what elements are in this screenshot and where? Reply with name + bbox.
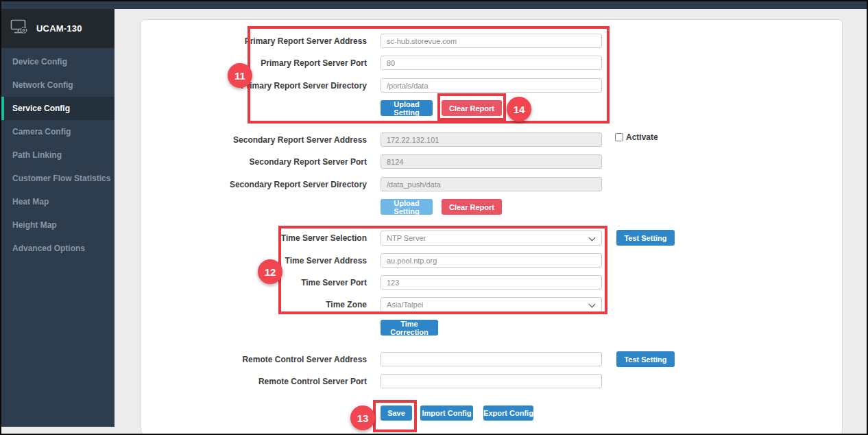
- primary-address-label: Primary Report Server Address: [189, 36, 367, 46]
- primary-directory-input[interactable]: [381, 78, 602, 93]
- secondary-directory-input: [381, 177, 602, 191]
- chevron-down-icon: [589, 235, 596, 242]
- time-server-selection-select[interactable]: NTP Server: [381, 231, 602, 246]
- chevron-down-icon: [589, 301, 596, 308]
- sidebar-item-advanced-options[interactable]: Advanced Options: [1, 237, 114, 260]
- sidebar-item-heat-map[interactable]: Heat Map: [1, 190, 114, 213]
- sidebar-item-height-map[interactable]: Height Map: [1, 213, 114, 237]
- time-zone-select[interactable]: Asia/Taipei: [381, 297, 602, 312]
- secondary-clear-report-button[interactable]: Clear Report: [442, 199, 502, 215]
- secondary-upload-setting-button: Upload Setting: [381, 199, 433, 215]
- secondary-port-label: Secondary Report Server Port: [189, 157, 367, 167]
- sidebar-item-customer-flow-statistics[interactable]: Customer Flow Statistics: [1, 167, 114, 190]
- sidebar-item-service-config[interactable]: Service Config: [1, 97, 114, 120]
- primary-port-input[interactable]: [381, 56, 602, 70]
- save-button[interactable]: Save: [381, 405, 412, 421]
- remote-address-input[interactable]: [381, 352, 602, 366]
- secondary-address-label: Secondary Report Server Address: [189, 135, 367, 145]
- sidebar-header: UCAM-130: [1, 9, 114, 48]
- sidebar-nav: Device Config Network Config Service Con…: [1, 48, 114, 260]
- remote-port-input[interactable]: [381, 374, 602, 388]
- sidebar: UCAM-130 Device Config Network Config Se…: [1, 9, 114, 427]
- remote-test-setting-button[interactable]: Test Setting: [616, 351, 675, 367]
- top-bar: [1, 1, 867, 9]
- sidebar-item-camera-config[interactable]: Camera Config: [1, 120, 114, 143]
- secondary-directory-label: Secondary Report Server Directory: [189, 180, 367, 189]
- remote-port-label: Remote Control Server Port: [189, 377, 367, 386]
- remote-address-label: Remote Control Server Address: [189, 355, 367, 364]
- sidebar-item-device-config[interactable]: Device Config: [1, 50, 114, 73]
- sidebar-item-path-linking[interactable]: Path Linking: [1, 143, 114, 167]
- activate-checkbox[interactable]: [615, 133, 623, 141]
- primary-upload-setting-button[interactable]: Upload Setting: [381, 100, 433, 116]
- time-correction-button[interactable]: Time Correction: [381, 320, 438, 336]
- primary-address-input[interactable]: [381, 34, 602, 48]
- time-zone-value: Asia/Taipei: [387, 301, 423, 309]
- time-port-label: Time Server Port: [189, 278, 367, 287]
- primary-port-label: Primary Report Server Port: [189, 58, 367, 68]
- import-config-button[interactable]: Import Config: [420, 405, 473, 421]
- monitor-gear-icon: [10, 19, 29, 38]
- secondary-address-input: [381, 132, 602, 147]
- primary-directory-label: Primary Report Server Directory: [189, 81, 367, 91]
- activate-checkbox-row: Activate: [615, 132, 658, 142]
- activate-label: Activate: [626, 132, 658, 142]
- app-window: UCAM-130 Device Config Network Config Se…: [0, 0, 868, 435]
- sidebar-item-network-config[interactable]: Network Config: [1, 73, 114, 97]
- primary-clear-report-button[interactable]: Clear Report: [442, 100, 502, 116]
- time-test-setting-button[interactable]: Test Setting: [616, 230, 675, 246]
- secondary-port-input: [381, 154, 602, 169]
- export-config-button[interactable]: Export Config: [483, 405, 533, 421]
- time-server-selection-value: NTP Server: [387, 234, 426, 242]
- time-selection-label: Time Server Selection: [189, 233, 367, 243]
- app-title: UCAM-130: [36, 23, 82, 34]
- time-zone-label: Time Zone: [189, 300, 367, 309]
- time-address-label: Time Server Address: [189, 256, 367, 266]
- time-port-input[interactable]: [381, 275, 602, 290]
- time-address-input[interactable]: [381, 253, 602, 268]
